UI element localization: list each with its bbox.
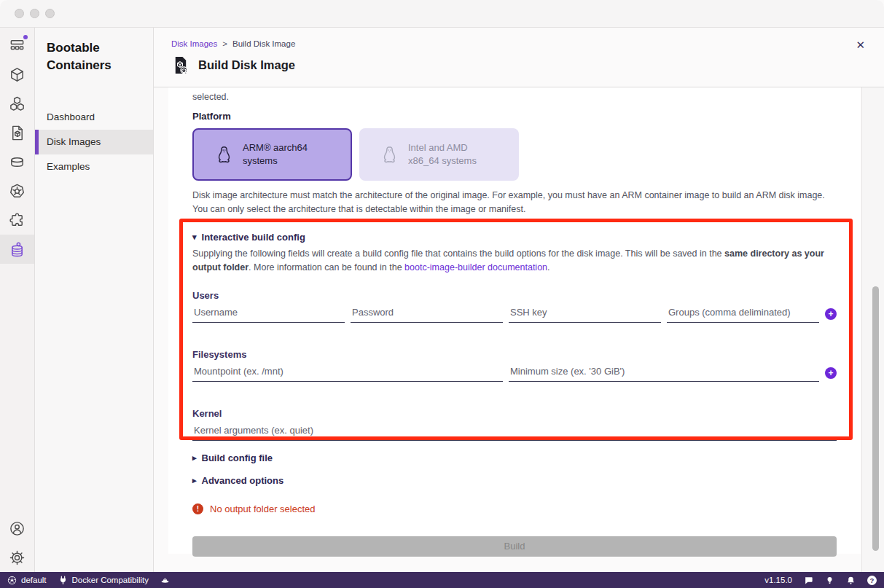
- error-exclamation-icon: !: [192, 503, 203, 514]
- podman-machine-item[interactable]: [160, 576, 170, 585]
- build-button[interactable]: Build: [192, 536, 837, 557]
- error-message-row: ! No output folder selected: [192, 503, 837, 514]
- users-label: Users: [192, 290, 837, 301]
- help-icon[interactable]: ?: [867, 576, 877, 585]
- disk-image-icon: [171, 55, 189, 75]
- bell-icon: [846, 576, 856, 585]
- activity-pods[interactable]: [0, 89, 34, 118]
- status-bar: default Docker Compatibility v1.15.0 ?: [0, 572, 884, 588]
- linux-penguin-icon: [214, 145, 234, 165]
- breadcrumb-disk-images-link[interactable]: Disk Images: [171, 39, 217, 48]
- groups-input[interactable]: [667, 305, 819, 323]
- filesystems-label: Filesystems: [192, 349, 837, 360]
- close-icon[interactable]: ✕: [856, 39, 865, 50]
- kube-context-icon: [7, 576, 17, 585]
- minimum-size-input[interactable]: [509, 364, 819, 382]
- sidebar-item-label: Disk Images: [47, 136, 101, 147]
- password-input[interactable]: [351, 305, 503, 323]
- advanced-options-title: Advanced options: [202, 475, 284, 486]
- puzzle-icon: [9, 212, 26, 229]
- activity-extensions[interactable]: [0, 205, 34, 235]
- window-minimize-button[interactable]: [30, 9, 39, 18]
- kernel-field-row: [192, 423, 837, 441]
- kubernetes-icon: [9, 183, 26, 200]
- lightbulb-icon: [825, 576, 834, 585]
- platform-option-arm[interactable]: ARM® aarch64 systems: [192, 128, 352, 181]
- notifications-item[interactable]: [846, 576, 856, 585]
- chevron-right-icon: ▸: [192, 453, 197, 463]
- dashboard-icon: [9, 37, 26, 54]
- bootc-image-builder-doc-link[interactable]: bootc-image-builder documentation: [404, 262, 547, 273]
- interactive-build-config-toggle[interactable]: ▾ Interactive build config: [192, 232, 837, 243]
- add-filesystem-button[interactable]: +: [825, 367, 837, 379]
- speech-bubble-icon: [804, 576, 813, 585]
- platform-label: Platform: [192, 111, 837, 122]
- users-field-row: +: [192, 305, 837, 323]
- page-title: Build Disk Image: [198, 58, 295, 72]
- sidebar-item-examples[interactable]: Examples: [35, 154, 153, 179]
- kube-context-item[interactable]: default: [7, 576, 47, 585]
- plug-icon: [58, 576, 68, 585]
- kernel-label: Kernel: [192, 408, 837, 419]
- kernel-arguments-input[interactable]: [192, 423, 837, 441]
- containers-cube-icon: [9, 66, 26, 83]
- ssh-key-input[interactable]: [509, 305, 661, 323]
- sidebar-title: Bootable Containers: [35, 28, 153, 74]
- sidebar-item-label: Examples: [47, 161, 90, 172]
- window-maximize-button[interactable]: [45, 9, 55, 18]
- feedback-item[interactable]: [804, 576, 813, 585]
- interactive-build-config-description: Supplying the following fields will crea…: [192, 247, 837, 275]
- breadcrumb-separator: >: [222, 39, 227, 48]
- podman-hat-icon: [160, 576, 170, 585]
- kube-context-label: default: [21, 576, 47, 584]
- docker-compatibility-label: Docker Compatibility: [72, 576, 149, 584]
- activity-account[interactable]: [0, 514, 34, 543]
- activity-bar-spacer: [0, 264, 34, 514]
- window-titlebar: [0, 0, 884, 28]
- sidebar: Bootable Containers Dashboard Disk Image…: [35, 28, 154, 572]
- activity-images[interactable]: [0, 118, 34, 147]
- error-message: No output folder selected: [210, 503, 316, 514]
- sidebar-item-dashboard[interactable]: Dashboard: [35, 105, 153, 130]
- platform-option-x86[interactable]: Intel and AMD x86_64 systems: [359, 128, 519, 181]
- activity-bootable-containers[interactable]: [0, 235, 34, 264]
- username-input[interactable]: [192, 305, 345, 323]
- status-bar-right: v1.15.0 ?: [764, 576, 877, 585]
- advanced-options-toggle[interactable]: ▸ Advanced options: [192, 475, 837, 486]
- sidebar-nav: Dashboard Disk Images Examples: [35, 105, 153, 179]
- bootc-icon: [9, 241, 26, 258]
- docker-compatibility-item[interactable]: Docker Compatibility: [58, 576, 149, 585]
- architecture-note: Disk image architecture must match the a…: [192, 189, 837, 217]
- breadcrumb: Disk Images > Build Disk Image: [171, 39, 867, 48]
- page-header: Disk Images > Build Disk Image Build Dis…: [154, 28, 884, 87]
- activity-kubernetes[interactable]: [0, 176, 34, 205]
- mountpoint-input[interactable]: [192, 364, 503, 382]
- breadcrumb-current: Build Disk Image: [232, 39, 295, 48]
- scrollbar-thumb[interactable]: [872, 286, 879, 551]
- platform-option-label: Intel and AMD x86_64 systems: [408, 141, 499, 167]
- tasks-item[interactable]: [825, 576, 834, 585]
- activity-settings[interactable]: [0, 543, 34, 572]
- linux-penguin-icon: [380, 145, 399, 165]
- activity-dashboard[interactable]: [0, 31, 34, 60]
- volumes-icon: [9, 154, 26, 170]
- description-text: .: [547, 262, 549, 273]
- description-text: . More information can be found in the: [249, 262, 404, 273]
- window-close-button[interactable]: [15, 9, 24, 18]
- build-config-file-title: Build config file: [202, 452, 273, 463]
- pods-icon: [9, 95, 26, 112]
- add-user-button[interactable]: +: [825, 308, 837, 320]
- build-config-file-toggle[interactable]: ▸ Build config file: [192, 452, 837, 463]
- gear-icon: [9, 549, 26, 566]
- notification-dot: [23, 35, 28, 39]
- platform-options: ARM® aarch64 systems Intel and AMD x86_6…: [192, 128, 837, 181]
- scrollbar-track[interactable]: [861, 87, 884, 572]
- images-icon: [9, 125, 26, 141]
- activity-bar: [0, 28, 35, 572]
- activity-volumes[interactable]: [0, 147, 34, 176]
- filesystems-field-row: +: [192, 364, 837, 382]
- scrolled-text-fragment: selected.: [192, 92, 837, 102]
- platform-option-label: ARM® aarch64 systems: [243, 141, 340, 167]
- activity-containers[interactable]: [0, 60, 34, 89]
- sidebar-item-disk-images[interactable]: Disk Images: [35, 130, 153, 154]
